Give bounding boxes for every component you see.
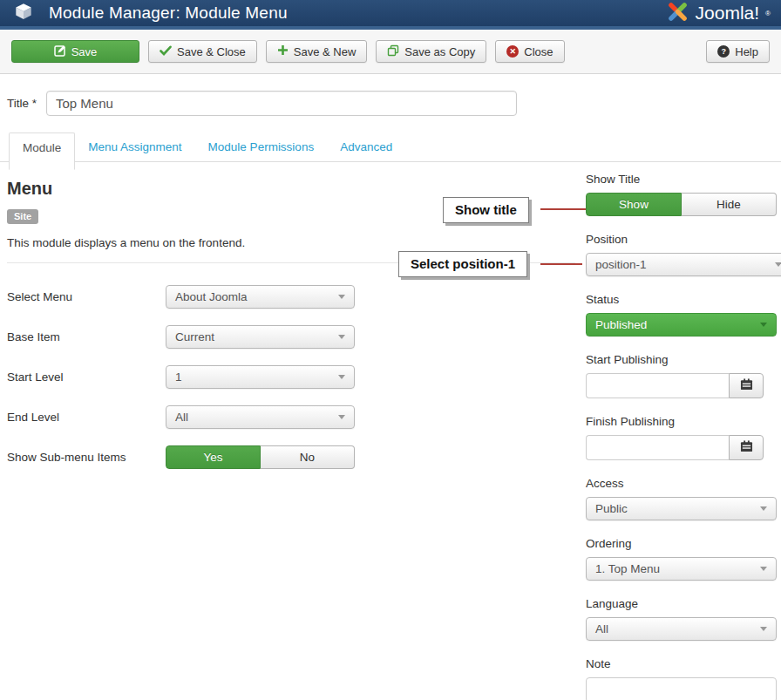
finish-publishing-field — [586, 435, 764, 460]
language-dropdown[interactable]: All — [586, 617, 777, 641]
show-title-label: Show Title — [586, 173, 781, 186]
language-label: Language — [586, 597, 781, 610]
finish-publishing-label: Finish Publishing — [586, 415, 781, 428]
access-label: Access — [586, 477, 781, 490]
ordering-label: Ordering — [586, 537, 781, 550]
calendar-icon — [740, 440, 753, 455]
tab-module-permissions[interactable]: Module Permissions — [195, 133, 328, 161]
show-submenu-label: Show Sub-menu Items — [7, 451, 166, 464]
note-input[interactable] — [586, 677, 777, 700]
start-publishing-input[interactable] — [586, 373, 729, 398]
note-label: Note — [586, 657, 781, 670]
module-form: Select Menu About Joomla Base Item Curre… — [7, 285, 575, 469]
position-label: Position — [586, 233, 781, 246]
title-label: Title * — [7, 97, 37, 110]
show-submenu-row: Show Sub-menu Items Yes No — [7, 445, 575, 469]
save-as-copy-button[interactable]: Save as Copy — [376, 40, 486, 63]
end-level-row: End Level All — [7, 405, 575, 429]
select-menu-label: Select Menu — [7, 290, 166, 303]
page-title: Module Manager: Module Menu — [49, 3, 288, 23]
position-row: Position position-1 — [586, 233, 781, 276]
chevron-down-icon — [760, 323, 767, 327]
start-publishing-row: Start Publishing — [586, 353, 781, 398]
joomla-x-icon — [666, 0, 689, 27]
select-menu-row: Select Menu About Joomla — [7, 285, 575, 309]
show-title-callout: Show title — [443, 197, 529, 223]
start-publishing-label: Start Publishing — [586, 353, 781, 366]
language-row: Language All — [586, 597, 781, 641]
save-new-button[interactable]: Save & New — [266, 40, 368, 63]
plus-icon — [277, 44, 289, 58]
admin-header: Module Manager: Module Menu Joomla! ® — [0, 0, 781, 30]
registered-mark: ® — [765, 10, 771, 17]
select-menu-dropdown[interactable]: About Joomla — [166, 285, 355, 309]
module-settings-panel: Show Title Show Hide Position position-1… — [586, 173, 781, 700]
end-level-dropdown[interactable]: All — [166, 405, 355, 429]
status-label: Status — [586, 293, 781, 306]
start-level-dropdown[interactable]: 1 — [166, 365, 355, 389]
submenu-yes-button[interactable]: Yes — [166, 445, 261, 469]
show-title-toggle: Show Hide — [586, 193, 777, 216]
save-button[interactable]: Save — [11, 40, 139, 63]
chevron-down-icon — [338, 415, 345, 419]
close-icon: ✕ — [506, 45, 519, 58]
module-description: This module displays a menu on the front… — [7, 236, 575, 249]
title-input[interactable] — [46, 91, 517, 116]
tab-module[interactable]: Module — [9, 133, 75, 170]
save-close-button[interactable]: Save & Close — [148, 40, 257, 63]
show-title-row: Show Title Show Hide — [586, 173, 781, 216]
calendar-icon — [740, 378, 753, 393]
chevron-down-icon — [760, 627, 767, 631]
start-publishing-calendar-button[interactable] — [729, 373, 764, 398]
check-icon — [160, 45, 172, 58]
base-item-row: Base Item Current — [7, 325, 575, 349]
module-heading: Menu — [7, 179, 575, 199]
cube-icon — [14, 2, 33, 24]
chevron-down-icon — [775, 262, 781, 267]
joomla-wordmark: Joomla! — [696, 3, 760, 24]
base-item-dropdown[interactable]: Current — [166, 325, 355, 349]
show-title-hide-button[interactable]: Hide — [682, 193, 777, 216]
start-level-row: Start Level 1 — [7, 365, 575, 389]
close-button[interactable]: ✕ Close — [495, 40, 564, 63]
start-level-label: Start Level — [7, 370, 166, 384]
ordering-row: Ordering 1. Top Menu — [586, 537, 781, 581]
title-row: Title * — [7, 91, 781, 116]
tab-bar: Module Menu Assignment Module Permission… — [0, 131, 781, 162]
base-item-label: Base Item — [7, 330, 166, 343]
select-position-callout: Select position-1 — [398, 251, 527, 277]
note-row: Note — [586, 657, 781, 700]
copy-icon — [387, 44, 399, 59]
finish-publishing-input[interactable] — [586, 435, 729, 460]
help-button[interactable]: ? Help — [706, 40, 770, 63]
module-manager-page: Module Manager: Module Menu Joomla! ® — [0, 0, 781, 700]
question-icon: ? — [717, 45, 730, 58]
chevron-down-icon — [760, 506, 767, 511]
show-submenu-toggle: Yes No — [166, 445, 355, 469]
access-row: Access Public — [586, 477, 781, 520]
status-dropdown[interactable]: Published — [586, 313, 777, 336]
chevron-down-icon — [760, 567, 767, 571]
end-level-label: End Level — [7, 411, 166, 424]
position-dropdown[interactable]: position-1 — [586, 253, 781, 276]
ordering-dropdown[interactable]: 1. Top Menu — [586, 557, 777, 581]
chevron-down-icon — [338, 335, 345, 339]
tab-menu-assignment[interactable]: Menu Assignment — [75, 133, 194, 161]
submenu-no-button[interactable]: No — [261, 445, 355, 469]
save-edit-icon — [54, 44, 66, 59]
joomla-logo: Joomla! ® — [666, 0, 771, 27]
select-position-callout-line — [540, 263, 582, 265]
start-publishing-field — [586, 373, 764, 398]
finish-publishing-row: Finish Publishing — [586, 415, 781, 460]
show-title-callout-line — [540, 208, 586, 210]
chevron-down-icon — [338, 375, 345, 379]
tab-advanced[interactable]: Advanced — [327, 133, 405, 161]
site-badge: Site — [7, 209, 38, 224]
toolbar: Save Save & Close Save & New — [0, 30, 781, 74]
chevron-down-icon — [338, 295, 345, 299]
finish-publishing-calendar-button[interactable] — [729, 435, 764, 460]
status-row: Status Published — [586, 293, 781, 336]
show-title-show-button[interactable]: Show — [586, 193, 682, 216]
access-dropdown[interactable]: Public — [586, 497, 777, 520]
